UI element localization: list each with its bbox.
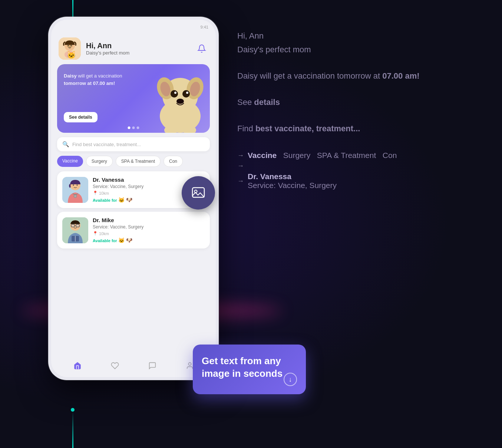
nav-favorites[interactable] xyxy=(111,362,119,370)
arrow-symbol-2: → xyxy=(237,162,244,170)
status-time: 9:41 xyxy=(201,25,208,29)
banner-description: Daisy will get a vaccination tomorrow at… xyxy=(64,72,131,87)
svg-point-23 xyxy=(77,184,78,185)
svg-rect-28 xyxy=(76,224,79,227)
text-line-hi-ann: Hi, Ann xyxy=(237,30,482,42)
image-extract-floating-button[interactable] xyxy=(182,176,215,210)
arrow-symbol-3: → xyxy=(237,177,244,185)
arrow-symbol-1: → xyxy=(237,152,244,159)
dot-1 xyxy=(128,126,131,129)
doctor-mike-info: Dr. Mike Service: Vaccine, Surgery 📍 10k… xyxy=(93,217,205,243)
svg-point-32 xyxy=(188,363,191,365)
arrow-row-filters: → Vaccine Surgery SPA & Treatment Con xyxy=(237,151,482,160)
text-group-vaccination: Daisy will get a vaccination tomorrow at… xyxy=(237,70,482,82)
banner-text-content: Daisy will get a vaccination tomorrow at… xyxy=(64,72,131,87)
dog-illustration xyxy=(151,68,210,133)
avatar: 🐱 xyxy=(59,37,81,60)
text-spacer-1 xyxy=(237,59,482,70)
dot-2 xyxy=(132,126,135,129)
svg-point-24 xyxy=(74,195,77,198)
filter-tab-surgery[interactable]: Surgery xyxy=(86,156,113,167)
nav-messages[interactable] xyxy=(148,362,156,370)
pet-type-icons: 🐱 🐶 xyxy=(118,197,132,203)
arrow-row-doctor1: → xyxy=(237,162,482,170)
text-group-see-details: See details xyxy=(237,96,482,108)
text-line-find: Find best vaccinate, treatment... xyxy=(237,122,482,135)
doctor-mike-name: Dr. Mike xyxy=(93,217,205,223)
svg-text:🐱: 🐱 xyxy=(67,50,76,59)
teal-accent-line-bottom xyxy=(72,411,73,448)
doctor-mike-distance: 📍 10km xyxy=(93,231,205,236)
filter-tab-con[interactable]: Con xyxy=(164,156,183,167)
image-icon xyxy=(191,185,206,200)
avatar-illustration: 🐱 xyxy=(59,37,81,60)
svg-point-15 xyxy=(174,92,176,94)
promo-banner: Daisy will get a vaccination tomorrow at… xyxy=(57,64,210,133)
text-line-see-details: See details xyxy=(237,96,482,108)
bell-icon[interactable] xyxy=(195,42,208,55)
header-text: Hi, Ann Daisy's perfect mom xyxy=(81,42,195,56)
search-icon: 🔍 xyxy=(62,141,69,148)
get-text-arrow-button[interactable]: ↓ xyxy=(284,373,297,386)
filter-tabs-row: Vaccine Surgery SPA & Treatment Con xyxy=(51,156,216,171)
svg-point-22 xyxy=(73,184,74,185)
status-bar: 9:41 xyxy=(51,20,216,34)
doctor-vanessa-avatar xyxy=(62,177,88,203)
text-group-greeting: Hi, Ann Daisy's perfect mom xyxy=(237,30,482,56)
pet-type-icons-2: 🐱 🐶 xyxy=(118,237,132,243)
location-icon-2: 📍 xyxy=(93,231,98,236)
get-text-title: Get text from any image in seconds xyxy=(202,355,297,380)
svg-point-3 xyxy=(68,45,69,46)
text-spacer-2 xyxy=(237,86,482,96)
svg-point-34 xyxy=(195,190,197,193)
location-icon: 📍 xyxy=(93,191,98,195)
doctor-mike-available: Available for 🐱 🐶 xyxy=(93,237,205,243)
svg-point-16 xyxy=(186,92,188,94)
nav-home[interactable] xyxy=(73,362,82,370)
search-bar[interactable]: 🔍 Find best vaccinate, treatment... xyxy=(57,137,210,151)
doctor-mike-avatar xyxy=(62,217,88,243)
svg-point-17 xyxy=(176,99,184,104)
text-line-doctor-vanessa: Dr. Vanessa Service: Vaccine, Surgery xyxy=(248,172,337,190)
bottom-navigation xyxy=(51,356,216,377)
search-placeholder-text: Find best vaccinate, treatment... xyxy=(72,142,141,147)
text-line-filters: Vaccine Surgery SPA & Treatment Con xyxy=(248,151,397,160)
filter-tab-vaccine[interactable]: Vaccine xyxy=(57,156,83,167)
teal-accent-dot-bottom xyxy=(71,408,75,412)
svg-point-13 xyxy=(171,90,178,98)
svg-rect-27 xyxy=(71,224,75,227)
app-header: 🐱 Hi, Ann Daisy's perfect mom xyxy=(51,34,216,64)
text-line-subtitle: Daisy's perfect mom xyxy=(237,43,482,56)
filter-tab-spa[interactable]: SPA & Treatment xyxy=(116,156,161,167)
arrow-row-doctor-name: → Dr. Vanessa Service: Vaccine, Surgery xyxy=(237,172,482,190)
text-spacer-3 xyxy=(237,112,482,122)
text-group-search: Find best vaccinate, treatment... xyxy=(237,122,482,135)
header-subtitle: Daisy's perfect mom xyxy=(86,50,195,56)
get-text-card: Get text from any image in seconds ↓ xyxy=(193,345,306,394)
text-line-vaccination: Daisy will get a vaccination tomorrow at… xyxy=(237,70,482,82)
svg-point-14 xyxy=(182,90,190,98)
dot-3 xyxy=(137,126,139,129)
text-spacer-4 xyxy=(237,138,482,149)
banner-pagination-dots xyxy=(128,126,139,129)
extracted-text-panel: Hi, Ann Daisy's perfect mom Daisy will g… xyxy=(237,30,482,192)
doctor-mike-service: Service: Vaccine, Surgery xyxy=(93,224,205,230)
svg-point-4 xyxy=(71,45,72,46)
header-name: Hi, Ann xyxy=(86,42,195,50)
see-details-button[interactable]: See details xyxy=(64,112,98,122)
doctor-card-mike[interactable]: Dr. Mike Service: Vaccine, Surgery 📍 10k… xyxy=(57,212,210,248)
